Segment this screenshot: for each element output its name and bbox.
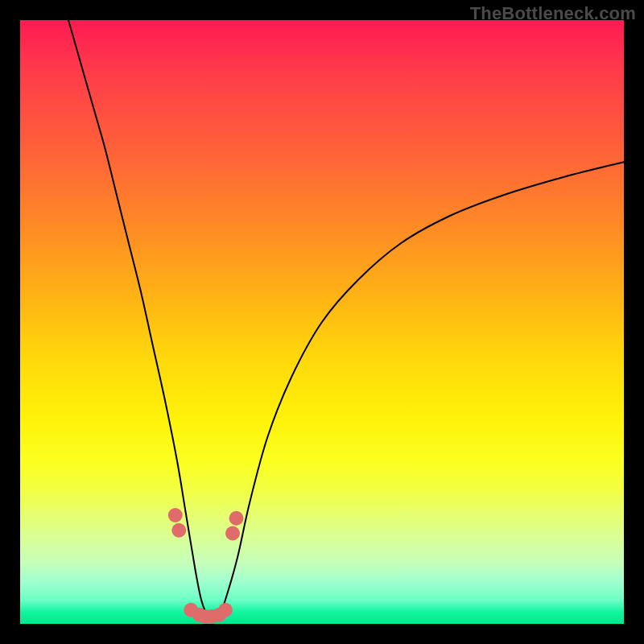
bottleneck-curve: [68, 20, 624, 618]
marker-dot: [168, 508, 183, 522]
marker-dots: [168, 508, 244, 624]
marker-dot: [218, 603, 233, 617]
marker-dot: [171, 523, 186, 538]
chart-svg: [20, 20, 624, 624]
watermark-text: TheBottleneck.com: [470, 3, 636, 24]
plot-area: [20, 20, 624, 624]
chart-frame: TheBottleneck.com: [0, 0, 644, 644]
marker-dot: [225, 526, 240, 541]
marker-dot: [229, 511, 244, 526]
